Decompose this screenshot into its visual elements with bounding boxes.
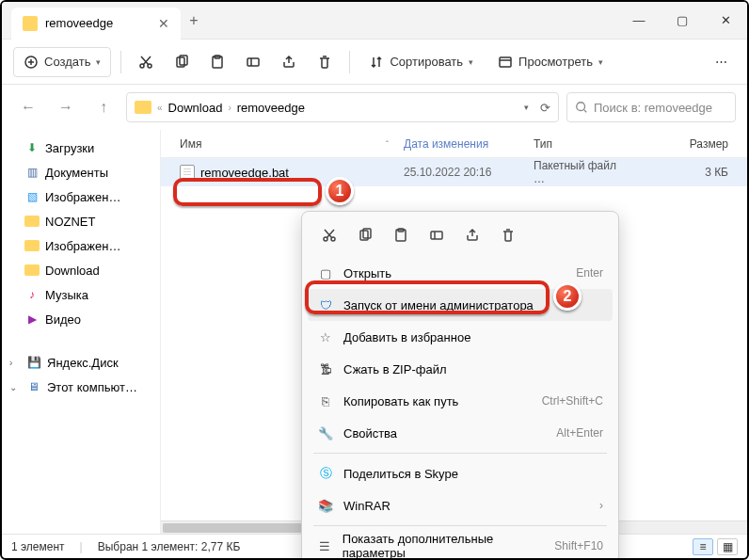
svg-rect-7 xyxy=(247,58,259,66)
search-input[interactable]: Поиск в: removeedge xyxy=(566,92,736,122)
rename-icon xyxy=(246,55,261,70)
ctx-paste-button[interactable] xyxy=(385,221,417,249)
folder-icon xyxy=(135,101,151,114)
breadcrumb-part[interactable]: removeedge xyxy=(237,101,305,115)
share-button[interactable] xyxy=(274,47,304,77)
sort-button[interactable]: Сортировать ▾ xyxy=(359,47,483,77)
paste-button[interactable] xyxy=(202,47,232,77)
share-icon xyxy=(281,55,296,70)
sidebar-item-pictures[interactable]: ▧Изображен… xyxy=(2,184,160,209)
trash-icon xyxy=(501,228,516,243)
annotation-badge-2: 2 xyxy=(553,282,582,311)
file-type: Пакетный файл … xyxy=(526,159,637,185)
folder-icon xyxy=(24,216,40,227)
delete-button[interactable] xyxy=(310,47,340,77)
col-date[interactable]: Дата изменения xyxy=(396,137,526,151)
sidebar-item-documents[interactable]: ▥Документы xyxy=(2,160,160,184)
sidebar-item-music[interactable]: ♪Музыка xyxy=(2,282,160,307)
status-selected: Выбран 1 элемент: 2,77 КБ xyxy=(98,540,241,553)
star-icon: ☆ xyxy=(317,328,334,345)
svg-point-9 xyxy=(577,103,585,111)
address-bar: ← → ↑ « Download › removeedge ▾ ⟳ Поиск … xyxy=(2,85,747,130)
rename-button[interactable] xyxy=(238,47,268,77)
shield-icon: 🛡 xyxy=(317,296,334,313)
svg-rect-8 xyxy=(500,57,511,67)
close-tab-icon[interactable]: ✕ xyxy=(158,16,169,31)
ctx-delete-button[interactable] xyxy=(492,221,524,249)
sidebar: ⬇Загрузки ▥Документы ▧Изображен… NOZNET … xyxy=(2,130,160,534)
cut-icon xyxy=(138,55,153,70)
copy-icon xyxy=(174,55,189,70)
copy-button[interactable] xyxy=(167,47,197,77)
breadcrumb-part[interactable]: Download xyxy=(168,101,223,115)
toolbar: Создать ▾ Сортировать ▾ Просмотреть ▾ ⋯ xyxy=(2,40,747,85)
window-controls: — ▢ ✕ xyxy=(617,2,747,40)
folder-icon xyxy=(23,16,38,31)
details-view-button[interactable]: ≡ xyxy=(693,538,713,555)
ctx-share-button[interactable] xyxy=(456,221,488,249)
svg-rect-16 xyxy=(431,232,442,239)
ctx-copy-button[interactable] xyxy=(349,221,381,249)
sort-label: Сортировать xyxy=(390,55,463,69)
icons-view-button[interactable]: ▦ xyxy=(717,538,738,555)
context-quick-actions xyxy=(308,217,613,257)
breadcrumb[interactable]: « Download › removeedge ▾ ⟳ xyxy=(126,92,559,122)
forward-button[interactable]: → xyxy=(51,92,81,122)
titlebar: removeedge ✕ + — ▢ ✕ xyxy=(2,2,747,40)
more-button[interactable]: ⋯ xyxy=(706,47,736,77)
sidebar-item-pictures2[interactable]: Изображен… xyxy=(2,233,160,258)
ctx-cut-button[interactable] xyxy=(313,221,345,249)
file-name: removeedge.bat xyxy=(200,166,289,180)
ctx-properties[interactable]: 🔧 Свойства Alt+Enter xyxy=(308,417,613,449)
up-button[interactable]: ↑ xyxy=(88,92,119,122)
ctx-show-more[interactable]: ☰ Показать дополнительные параметры Shif… xyxy=(308,530,613,560)
file-size: 3 КБ xyxy=(637,166,747,179)
ctx-add-favorite[interactable]: ☆ Добавить в избранное xyxy=(308,321,613,353)
view-icon xyxy=(498,55,513,70)
folder-icon xyxy=(24,240,40,251)
ctx-copy-path[interactable]: ⎘ Копировать как путь Ctrl+Shift+C xyxy=(308,385,613,417)
col-name[interactable]: Имяˆ xyxy=(172,137,396,151)
open-icon: ▢ xyxy=(317,264,334,281)
more-options-icon: ☰ xyxy=(317,537,333,554)
minimize-button[interactable]: — xyxy=(617,2,661,40)
skype-icon: Ⓢ xyxy=(317,465,334,482)
tab-current[interactable]: removeedge ✕ xyxy=(11,8,181,40)
ctx-compress-zip[interactable]: 🗜 Сжать в ZIP-файл xyxy=(308,353,613,385)
batch-file-icon xyxy=(180,165,195,180)
plus-circle-icon xyxy=(24,55,39,70)
sidebar-item-video[interactable]: ▶Видео xyxy=(2,307,160,331)
view-button[interactable]: Просмотреть ▾ xyxy=(488,47,613,77)
context-menu: ▢ Открыть Enter 🛡 Запуск от имени админи… xyxy=(301,211,619,560)
ctx-skype[interactable]: Ⓢ Поделиться в Skype xyxy=(308,457,613,489)
sort-icon xyxy=(369,55,384,70)
copy-icon xyxy=(358,228,373,243)
copy-path-icon: ⎘ xyxy=(317,392,334,409)
file-date: 25.10.2022 20:16 xyxy=(396,166,526,179)
sidebar-item-yandex[interactable]: ›💾Яндекс.Диск xyxy=(2,350,160,375)
close-button[interactable]: ✕ xyxy=(704,2,747,40)
create-button[interactable]: Создать ▾ xyxy=(13,47,111,77)
ctx-winrar[interactable]: 📚 WinRAR › xyxy=(308,489,613,521)
paste-icon xyxy=(393,228,408,243)
zip-icon: 🗜 xyxy=(317,360,334,377)
share-icon xyxy=(465,228,480,243)
sidebar-item-thispc[interactable]: ⌄🖥Этот компьют… xyxy=(2,375,160,399)
col-size[interactable]: Размер xyxy=(637,137,747,151)
sidebar-item-downloads[interactable]: ⬇Загрузки xyxy=(2,136,160,160)
cut-button[interactable] xyxy=(131,47,161,77)
back-button[interactable]: ← xyxy=(13,92,43,122)
col-type[interactable]: Тип xyxy=(526,137,637,151)
winrar-icon: 📚 xyxy=(317,497,334,514)
sidebar-item-download[interactable]: Download xyxy=(2,258,160,282)
tab-title: removeedge xyxy=(45,16,113,30)
maximize-button[interactable]: ▢ xyxy=(661,2,704,40)
rename-icon xyxy=(429,228,444,243)
cut-icon xyxy=(322,228,337,243)
sidebar-item-noznet[interactable]: NOZNET xyxy=(2,209,160,233)
new-tab-button[interactable]: + xyxy=(181,12,207,29)
folder-icon xyxy=(24,264,40,276)
file-row[interactable]: removeedge.bat 25.10.2022 20:16 Пакетный… xyxy=(161,158,747,186)
ctx-rename-button[interactable] xyxy=(421,221,453,249)
trash-icon xyxy=(317,55,332,70)
